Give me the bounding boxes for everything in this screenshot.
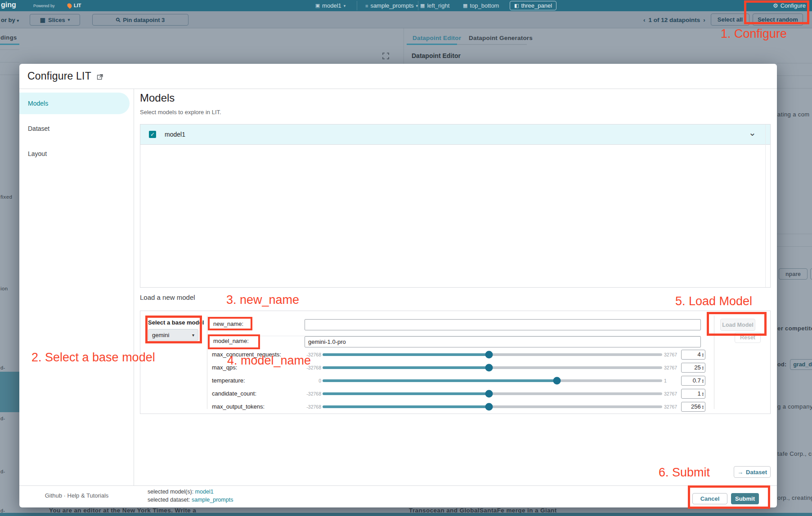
app-root: dings fixed ion d- d- d- d- Datapoint Ed… xyxy=(0,0,812,516)
slider-value-input[interactable]: 25▴▾ xyxy=(681,363,705,373)
powered-by-label: Powered by xyxy=(33,4,55,8)
bg-panel-title: Datapoint Editor xyxy=(412,52,461,59)
chevron-down-icon[interactable]: ⌄ xyxy=(749,127,756,138)
dialog-nav-layout[interactable]: Layout xyxy=(19,143,134,165)
grid-icon: ▦ xyxy=(40,17,45,23)
slider-value-input[interactable]: 4▴▾ xyxy=(681,350,705,360)
divider xyxy=(777,234,812,234)
new-name-input[interactable] xyxy=(305,319,701,330)
divider xyxy=(0,49,19,50)
layout-button-top_bottom[interactable]: ▦top_bottom xyxy=(459,1,503,10)
model-name-input[interactable]: gemini-1.0-pro xyxy=(305,336,701,347)
slider-row: temperature:010.7▴▾ xyxy=(212,374,716,387)
slider-fill xyxy=(323,353,489,356)
slider-max-label: 32767 xyxy=(664,404,680,409)
open-in-new-icon[interactable] xyxy=(96,73,103,81)
slider-thumb[interactable] xyxy=(485,390,493,397)
annotation-text-2: 2. Select a base model xyxy=(31,351,155,365)
annotation-text-4: 4. model_name xyxy=(227,354,311,368)
slider-max-label: 1 xyxy=(664,378,680,383)
color-by-dropdown[interactable]: or by ▾ xyxy=(1,17,19,23)
next-datapoint-icon[interactable]: › xyxy=(703,17,705,23)
slider-thumb[interactable] xyxy=(485,351,493,358)
bg-grad-chip[interactable]: grad_d xyxy=(790,359,812,370)
submit-button[interactable]: Submit xyxy=(731,493,759,504)
stepper-arrows-icon[interactable]: ▴▾ xyxy=(702,405,704,409)
goto-dataset-button[interactable]: → Dataset xyxy=(734,466,771,478)
slider-value: 1 xyxy=(698,390,701,397)
divider xyxy=(207,316,207,409)
slider-min-label: -32768 xyxy=(285,404,321,409)
dialog-nav-models[interactable]: Models xyxy=(19,93,130,114)
divider xyxy=(0,62,19,62)
bg-text-fragment: ating a com xyxy=(777,111,810,118)
annotation-text-1: 1. Configure xyxy=(721,27,787,41)
layout-button-left_right[interactable]: ▦left_right xyxy=(416,1,453,10)
bg-button-fragment[interactable]: F xyxy=(810,268,812,280)
dialog-nav: ModelsDatasetLayout xyxy=(19,89,134,485)
slider-value-input[interactable]: 1▴▾ xyxy=(681,389,705,399)
slider-track[interactable] xyxy=(323,392,662,395)
slider-thumb[interactable] xyxy=(485,364,493,371)
bg-tab-datapoint-editor[interactable]: Datapoint Editor xyxy=(413,35,461,41)
lit-flame-icon xyxy=(66,2,72,9)
divider xyxy=(765,125,766,287)
bg-panel-divider xyxy=(404,28,404,64)
slices-label: Slices xyxy=(48,17,65,23)
select-all-button[interactable]: Select all xyxy=(711,13,749,26)
slider-min-label: 0 xyxy=(285,378,321,383)
dataset-selector-button[interactable]: ≡ sample_prompts ▾ xyxy=(365,1,418,10)
slider-value-input[interactable]: 0.7▴▾ xyxy=(681,376,705,386)
layout-button-label: left_right xyxy=(427,2,449,9)
bg-compare-button[interactable]: npare xyxy=(779,268,808,280)
divider xyxy=(777,88,812,89)
slider-track[interactable] xyxy=(323,405,662,408)
stepper-arrows-icon[interactable]: ▴▾ xyxy=(702,391,704,396)
slider-thumb[interactable] xyxy=(553,377,561,384)
pagination-label: 1 of 12 datapoints xyxy=(649,17,700,23)
model-list: ✓ model1 ⌄ xyxy=(140,124,771,288)
model-selector-button[interactable]: ▣ model1 ▾ xyxy=(304,1,357,10)
layout-button-three_panel[interactable]: ◧three_panel xyxy=(510,1,556,10)
bg-tab-datapoint-generators[interactable]: Datapoint Generators xyxy=(469,35,533,41)
dialog-nav-dataset[interactable]: Dataset xyxy=(19,118,134,139)
base-model-label: Select a base model xyxy=(148,319,204,326)
prev-datapoint-icon[interactable]: ‹ xyxy=(643,17,646,23)
stepper-arrows-icon[interactable]: ▴▾ xyxy=(702,365,704,370)
expand-icon[interactable] xyxy=(382,53,389,61)
slider-value: 0.7 xyxy=(693,377,701,384)
slider-track[interactable] xyxy=(323,353,662,356)
slices-button[interactable]: ▦ Slices ▾ xyxy=(30,14,80,26)
pin-datapoint-button[interactable]: ⚲ Pin datapoint 3 xyxy=(92,14,188,26)
slider-thumb[interactable] xyxy=(485,403,493,410)
bg-text-fragment: od: xyxy=(777,361,787,368)
slider-track[interactable] xyxy=(323,379,662,382)
bg-bottom-bar xyxy=(0,513,812,516)
stepper-arrows-icon[interactable]: ▴▾ xyxy=(702,352,704,357)
model-list-row[interactable]: ✓ model1 ⌄ xyxy=(140,125,770,145)
bg-left-tab-fragment: dings xyxy=(0,34,17,41)
select-random-button[interactable]: Select random xyxy=(753,13,803,26)
load-model-button[interactable]: Load Model xyxy=(720,319,755,331)
checkbox-checked[interactable]: ✓ xyxy=(149,131,156,138)
slider-track[interactable] xyxy=(323,366,662,369)
dialog-nav-label: Models xyxy=(28,100,48,107)
bg-selected-row xyxy=(0,372,19,412)
slider-label: temperature: xyxy=(212,377,285,384)
cancel-button[interactable]: Cancel xyxy=(692,493,727,504)
reset-button[interactable]: Reset xyxy=(735,332,761,343)
slider-value-input[interactable]: 256▴▾ xyxy=(681,402,705,412)
base-model-select[interactable]: gemini ▾ xyxy=(148,329,198,341)
footer-links: Github · Help & Tutorials xyxy=(19,492,134,499)
dataset-selector-label: sample_prompts xyxy=(370,2,413,9)
dialog-footer: Github · Help & Tutorials selected model… xyxy=(19,485,777,507)
stepper-arrows-icon[interactable]: ▴▾ xyxy=(702,378,704,383)
model-selector-label: model1 xyxy=(322,2,341,9)
github-link[interactable]: Github xyxy=(45,492,62,499)
configure-button[interactable]: ⚙ Configure xyxy=(773,1,806,10)
bg-table-cell-fragment: d- xyxy=(0,365,5,370)
dialog-nav-label: Dataset xyxy=(28,125,49,132)
slider-min-label: -32768 xyxy=(285,391,321,396)
slider-max-label: 32767 xyxy=(664,365,680,370)
help-tutorials-link[interactable]: Help & Tutorials xyxy=(67,492,109,499)
